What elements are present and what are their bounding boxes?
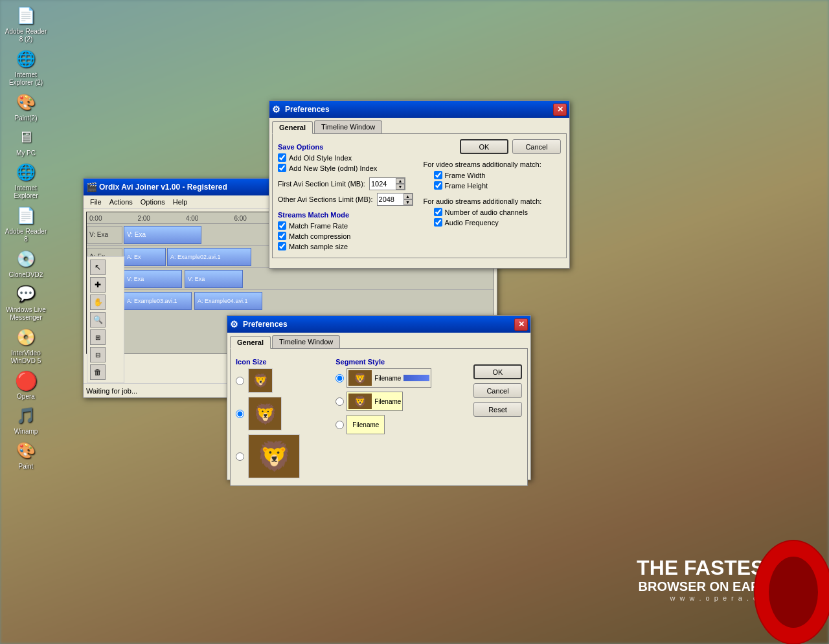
add-old-style-index-checkbox[interactable]: [278, 153, 286, 162]
select-tool-button[interactable]: ↖: [90, 260, 106, 275]
icon-adobe-reader-8-2[interactable]: 📄 Adobe Reader 8 (2): [3, 5, 49, 43]
seg3-filename-label: Filename: [352, 421, 379, 428]
segment-style-2-row: 🦁 Filename: [335, 392, 468, 411]
icon-size-medium-row: 🦁: [236, 397, 330, 430]
add-new-style-index-checkbox[interactable]: [278, 164, 286, 172]
other-avi-row: Other Avi Sections Limit (MB): ▲ ▼: [278, 193, 416, 206]
first-avi-spinbox: ▲ ▼: [369, 177, 405, 190]
add-old-style-index-label: Add Old Style Index: [289, 154, 352, 162]
icon-size-small-radio[interactable]: [236, 377, 244, 385]
clonedvd2-icon: 💿: [16, 249, 36, 269]
icon-winamp[interactable]: 🎵 Winamp: [3, 405, 49, 435]
track-a1-clip1[interactable]: A: Ex: [124, 248, 166, 266]
icon-opera[interactable]: 🔴 Opera: [3, 370, 49, 400]
segment-style-3-radio[interactable]: [335, 421, 344, 429]
first-avi-arrows: ▲ ▼: [396, 178, 405, 190]
segment-style-3-preview: Filename: [346, 415, 385, 434]
options-menu[interactable]: Options: [137, 197, 169, 207]
track-v2-clip2[interactable]: V: Exa: [185, 270, 243, 288]
icon-clonedvd2[interactable]: 💿 CloneDVD2: [3, 249, 49, 278]
actions-menu[interactable]: Actions: [106, 197, 137, 207]
segment-style-1-radio[interactable]: [335, 374, 344, 383]
track-v2-clip1[interactable]: V: Exa: [124, 270, 182, 288]
prefs1-cancel-button[interactable]: Cancel: [512, 139, 561, 154]
tab-general[interactable]: General: [272, 121, 313, 134]
icon-intervideo-windvd[interactable]: 📀 InterVideo WinDVD 5: [3, 327, 49, 365]
first-avi-row: First Avi Section Limit (MB): ▲ ▼: [278, 177, 416, 190]
icon-label: Windows Live Messenger: [6, 306, 46, 322]
icon-adobe-reader-8[interactable]: 📄 Adobe Reader 8: [3, 205, 49, 243]
segment-style-3-row: Filename: [335, 415, 468, 434]
zoom-in-button[interactable]: ⊞: [90, 329, 106, 345]
track-a2: A: Example03.avi.1 A: Example04.avi.1: [87, 290, 494, 312]
prefs2-ok-button[interactable]: OK: [473, 364, 522, 379]
prefs1-close-button[interactable]: ✕: [553, 104, 567, 116]
icon-size-medium-radio[interactable]: [236, 410, 244, 418]
prefs2-tab-timeline[interactable]: Timeline Window: [272, 335, 340, 348]
prefs2-close-button[interactable]: ✕: [514, 318, 528, 331]
save-options-label: Save Options: [278, 143, 416, 151]
match-sample-size-checkbox[interactable]: [278, 242, 286, 250]
icon-windows-live-messenger[interactable]: 💬 Windows Live Messenger: [3, 283, 49, 322]
track-v1-clip1[interactable]: V: Exa: [124, 226, 201, 244]
audio-channels-checkbox[interactable]: [434, 208, 442, 216]
frame-width-checkbox[interactable]: [434, 171, 442, 179]
seg1-bar: [403, 375, 429, 381]
frame-height-checkbox[interactable]: [434, 181, 442, 190]
first-avi-down[interactable]: ▼: [396, 184, 405, 190]
other-avi-up[interactable]: ▲: [403, 194, 413, 199]
icon-label: My PC: [16, 150, 36, 157]
preferences-dialog-2: ⚙ Preferences ✕ General Timeline Window …: [227, 315, 531, 480]
icon-paint-2[interactable]: 🎨 Paint(2): [3, 92, 49, 122]
ruler-4: 4:00: [186, 215, 198, 222]
add-old-style-index-row: Add Old Style Index: [278, 153, 416, 162]
other-avi-arrows: ▲ ▼: [403, 194, 413, 205]
other-avi-down[interactable]: ▼: [403, 199, 413, 205]
prefs1-icon: ⚙: [272, 104, 282, 115]
icon-paint[interactable]: 🎨 Paint: [3, 440, 49, 470]
add-new-style-index-label: Add New Style (odml) Index: [289, 164, 377, 172]
segment-style-section: Segment Style 🦁 Filename 🦁 Filename: [335, 354, 468, 480]
help-menu[interactable]: Help: [169, 197, 192, 207]
prefs1-titlebar[interactable]: ⚙ Preferences ✕: [269, 101, 569, 118]
prefs1-ok-button[interactable]: OK: [460, 139, 508, 154]
icon-size-section: Icon Size 🦁 🦁 🦁: [236, 354, 330, 480]
first-avi-up[interactable]: ▲: [396, 178, 405, 184]
add-tool-button[interactable]: ✚: [90, 277, 106, 293]
track-a2-clip2[interactable]: A: Example04.avi.1: [194, 292, 262, 310]
frame-height-row: Frame Height: [434, 181, 562, 190]
track-a2-clip1[interactable]: A: Example03.avi.1: [124, 292, 192, 310]
icon-my-pc[interactable]: 🖥 My PC: [3, 127, 49, 157]
track-a1-clip2[interactable]: A: Example02.avi.1: [167, 248, 251, 266]
match-frame-rate-checkbox[interactable]: [278, 221, 286, 230]
prefs2-tab-general[interactable]: General: [230, 336, 271, 349]
prefs2-buttons: OK Cancel Reset: [473, 354, 522, 480]
match-compression-checkbox[interactable]: [278, 232, 286, 240]
match-frame-rate-label: Match Frame Rate: [289, 222, 348, 230]
zoom-tool-button[interactable]: 🔍: [90, 312, 106, 328]
frame-width-label: Frame Width: [445, 172, 486, 179]
hand-tool-button[interactable]: ✋: [90, 294, 106, 310]
match-compression-label: Match compression: [289, 232, 350, 240]
first-avi-input[interactable]: [370, 179, 396, 188]
icon-size-large-preview: 🦁: [248, 434, 300, 478]
zoom-out-button[interactable]: ⊟: [90, 347, 106, 362]
segment-style-2-radio[interactable]: [335, 397, 344, 406]
audio-channels-label: Number of audio channels: [445, 208, 528, 216]
prefs1-left-col: Save Options Add Old Style Index Add New…: [278, 139, 416, 252]
seg2-filename-label: Filename: [374, 398, 401, 405]
icon-size-large-radio[interactable]: [236, 452, 244, 461]
tab-timeline-window[interactable]: Timeline Window: [314, 120, 382, 133]
file-menu[interactable]: File: [86, 197, 106, 207]
prefs1-content: Save Options Add Old Style Index Add New…: [272, 133, 567, 258]
prefs2-titlebar[interactable]: ⚙ Preferences ✕: [227, 316, 530, 333]
audio-frequency-checkbox[interactable]: [434, 218, 442, 227]
icon-internet-explorer-2[interactable]: 🌐 Internet Explorer (2): [3, 49, 49, 87]
other-avi-input[interactable]: [378, 195, 403, 204]
match-sample-size-row: Match sample size: [278, 242, 416, 250]
prefs2-reset-button[interactable]: Reset: [473, 402, 522, 417]
prefs2-cancel-button[interactable]: Cancel: [473, 383, 522, 398]
prefs2-icon: ⚙: [230, 319, 240, 329]
delete-button[interactable]: 🗑: [90, 364, 106, 380]
icon-internet-explorer[interactable]: 🌐 Internet Explorer: [3, 162, 49, 200]
